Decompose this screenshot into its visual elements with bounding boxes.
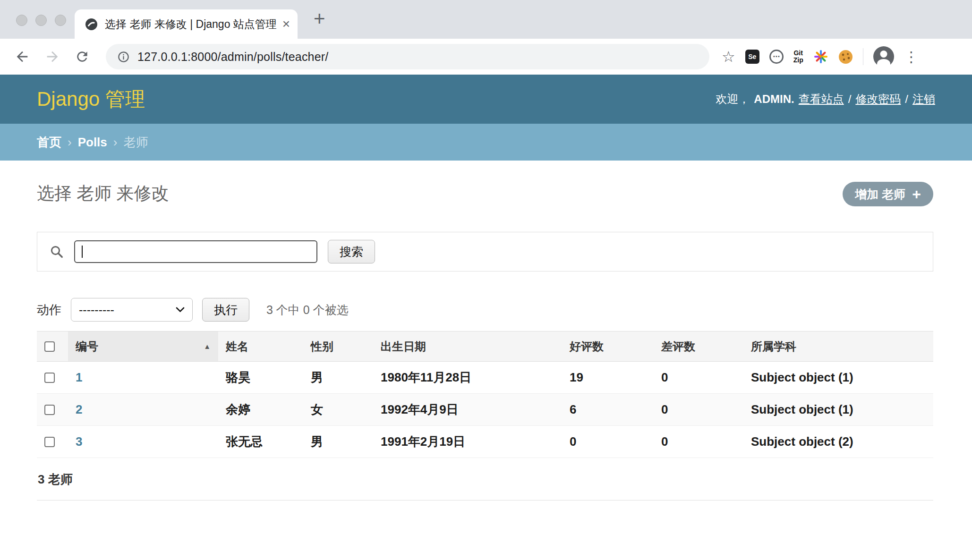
extension-selenium-icon[interactable]: Se	[745, 50, 759, 64]
window-zoom-button[interactable]	[55, 15, 66, 26]
cell-good: 6	[562, 394, 654, 426]
actions-label: 动作	[37, 302, 61, 318]
main-content: 选择 老师 来修改 增加 老师 + 搜索 动作 --------- 执行 3 个…	[0, 182, 972, 501]
address-bar[interactable]: 127.0.0.1:8000/admin/polls/teacher/	[106, 44, 709, 69]
column-header-bad[interactable]: 差评数	[654, 331, 743, 362]
column-header-birthday[interactable]: 出生日期	[373, 331, 562, 362]
breadcrumb: 首页 › Polls › 老师	[0, 124, 972, 161]
extension-cookie-icon[interactable]	[838, 50, 853, 64]
page-title: 选择 老师 来修改	[37, 182, 169, 205]
username-text: ADMIN.	[754, 93, 794, 106]
cell-birthday: 1991年2月19日	[373, 426, 562, 458]
tab-close-icon[interactable]: ×	[282, 17, 290, 31]
add-teacher-button[interactable]: 增加 老师 +	[843, 182, 933, 206]
search-icon	[50, 245, 64, 259]
cell-birthday: 1980年11月28日	[373, 362, 562, 394]
sort-ascending-icon[interactable]: ▲	[204, 342, 211, 350]
search-button[interactable]: 搜索	[328, 240, 375, 263]
cell-subject: Subject object (1)	[743, 362, 933, 394]
text-caret	[82, 246, 83, 258]
browser-tab[interactable]: 选择 老师 来修改 | Django 站点管理 ×	[75, 9, 298, 39]
cell-good: 0	[562, 426, 654, 458]
row-select-cell	[37, 362, 68, 394]
cell-good: 19	[562, 362, 654, 394]
select-all-checkbox[interactable]	[44, 341, 55, 352]
search-bar: 搜索	[37, 232, 933, 272]
action-go-button[interactable]: 执行	[202, 298, 249, 322]
row-id-link[interactable]: 2	[76, 402, 82, 416]
result-table: 编号 ▲ 姓名 性别 出生日期 好评数 差评数 所属学科 1 骆昊 男 1980…	[37, 331, 933, 458]
column-header-id[interactable]: 编号 ▲	[68, 331, 218, 362]
profile-avatar[interactable]	[873, 46, 894, 67]
column-header-subject[interactable]: 所属学科	[743, 331, 933, 362]
table-row: 3 张无忌 男 1991年2月19日 0 0 Subject object (2…	[37, 426, 933, 458]
view-site-link[interactable]: 查看站点	[799, 92, 844, 107]
cell-subject: Subject object (2)	[743, 426, 933, 458]
admin-header: Django 管理 欢迎， ADMIN. 查看站点 / 修改密码 / 注销	[0, 75, 972, 124]
window-minimize-button[interactable]	[35, 15, 47, 26]
site-favicon-icon	[85, 18, 98, 31]
cell-bad: 0	[654, 362, 743, 394]
column-header-name[interactable]: 姓名	[218, 331, 303, 362]
cell-gender: 男	[303, 362, 373, 394]
browser-menu-icon[interactable]: ⋮	[904, 50, 919, 64]
row-checkbox[interactable]	[44, 405, 55, 415]
gitzip-line2: Zip	[793, 56, 803, 64]
change-password-link[interactable]: 修改密码	[855, 92, 901, 107]
table-header-row: 编号 ▲ 姓名 性别 出生日期 好评数 差评数 所属学科	[37, 331, 933, 362]
cell-bad: 0	[654, 426, 743, 458]
row-select-cell	[37, 426, 68, 458]
cell-gender: 女	[303, 394, 373, 426]
column-header-good[interactable]: 好评数	[562, 331, 654, 362]
bookmark-star-icon[interactable]: ☆	[722, 49, 735, 64]
action-select[interactable]: ---------	[71, 298, 193, 322]
table-row: 1 骆昊 男 1980年11月28日 19 0 Subject object (…	[37, 362, 933, 394]
breadcrumb-home-link[interactable]: 首页	[37, 134, 61, 151]
search-input[interactable]	[74, 240, 317, 263]
cell-gender: 男	[303, 426, 373, 458]
window-close-button[interactable]	[16, 15, 27, 26]
browser-toolbar: 127.0.0.1:8000/admin/polls/teacher/ ☆ Se…	[0, 39, 972, 75]
user-tools: 欢迎， ADMIN. 查看站点 / 修改密码 / 注销	[716, 92, 935, 107]
cell-bad: 0	[654, 394, 743, 426]
forward-icon[interactable]	[44, 49, 60, 65]
plus-icon: +	[912, 187, 921, 202]
row-checkbox[interactable]	[44, 373, 55, 383]
cell-name: 张无忌	[218, 426, 303, 458]
extension-gitzip-icon[interactable]: Git Zip	[793, 50, 803, 64]
breadcrumb-current: 老师	[123, 134, 148, 151]
column-header-id-label: 编号	[76, 339, 98, 354]
breadcrumb-app-link[interactable]: Polls	[78, 135, 107, 150]
action-selected-option: ---------	[79, 303, 114, 317]
reload-icon[interactable]	[75, 49, 90, 64]
row-id-link[interactable]: 1	[76, 370, 82, 384]
tab-strip: 选择 老师 来修改 | Django 站点管理 × +	[0, 0, 972, 39]
row-id-link[interactable]: 3	[76, 434, 82, 449]
cell-birthday: 1992年4月9日	[373, 394, 562, 426]
extension-dots-icon[interactable]: ⋯	[769, 50, 784, 64]
extension-pinwheel-icon[interactable]	[813, 49, 828, 64]
cell-name: 骆昊	[218, 362, 303, 394]
toolbar-right: ☆ Se ⋯ Git Zip	[722, 46, 919, 67]
url-text: 127.0.0.1:8000/admin/polls/teacher/	[137, 50, 329, 64]
welcome-text: 欢迎，	[716, 92, 750, 107]
separator: /	[905, 93, 908, 106]
cell-name: 余婷	[218, 394, 303, 426]
logout-link[interactable]: 注销	[912, 92, 935, 107]
add-teacher-label: 增加 老师	[855, 187, 905, 202]
tab-title: 选择 老师 来修改 | Django 站点管理	[105, 17, 280, 32]
page-info-icon[interactable]	[117, 51, 130, 63]
new-tab-button[interactable]: +	[314, 9, 325, 28]
column-header-gender[interactable]: 性别	[303, 331, 373, 362]
result-count: 3 老师	[37, 458, 933, 501]
row-checkbox[interactable]	[44, 437, 55, 447]
site-branding-link[interactable]: Django 管理	[37, 86, 145, 112]
back-icon[interactable]	[14, 49, 30, 65]
separator: /	[848, 93, 852, 106]
toolbar-divider	[863, 48, 863, 65]
window-controls	[16, 15, 66, 26]
row-select-cell	[37, 394, 68, 426]
select-all-cell	[37, 331, 68, 362]
selection-counter: 3 个中 0 个被选	[266, 302, 349, 318]
actions-bar: 动作 --------- 执行 3 个中 0 个被选	[37, 298, 933, 322]
